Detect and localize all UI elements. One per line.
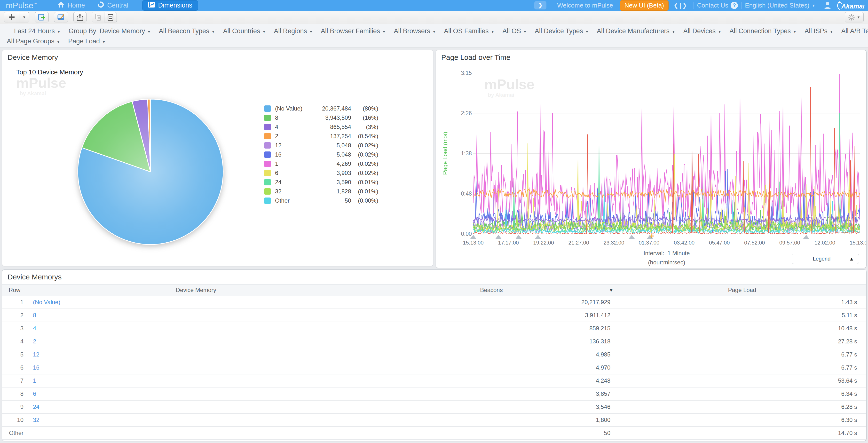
- language-selector[interactable]: English (United States) ▼: [745, 2, 815, 9]
- code-toggle-icon[interactable]: ❮❙❯: [674, 2, 686, 9]
- filter-all-os[interactable]: All OS▼: [502, 27, 527, 35]
- annotation-triangle-icon[interactable]: [516, 235, 522, 239]
- device-memory-link[interactable]: 32: [33, 417, 39, 423]
- legend-swatch: [265, 152, 271, 158]
- nav-tab-central[interactable]: Central: [97, 1, 128, 10]
- annotation-triangle-icon[interactable]: [803, 235, 809, 239]
- edit-dashboard-button[interactable]: [54, 12, 68, 22]
- filter-all-countries[interactable]: All Countries▼: [223, 27, 266, 35]
- device-memory-link[interactable]: 4: [33, 325, 36, 331]
- filter-all-browsers[interactable]: All Browsers▼: [394, 27, 436, 35]
- nav-tab-home[interactable]: Home: [58, 1, 85, 9]
- filter-all-connection-types[interactable]: All Connection Types▼: [730, 27, 797, 35]
- mpulse-dashboard: mPulse™ Home Central Dimensions: [0, 0, 868, 443]
- annotation-triangle-icon[interactable]: [535, 235, 541, 239]
- export-dashboard-button[interactable]: [35, 12, 49, 22]
- device-memory-link[interactable]: 16: [33, 364, 39, 371]
- legend-toggle-button[interactable]: Legend ▲: [792, 254, 859, 264]
- legend-label[interactable]: 1: [275, 160, 313, 167]
- nav-tab-dimensions[interactable]: Dimensions: [142, 0, 198, 11]
- page-load-time-series-chart[interactable]: [473, 73, 860, 234]
- beacons-cell: 25,148,330: [365, 440, 618, 441]
- filter-all-devices[interactable]: All Devices▼: [683, 27, 721, 35]
- legend-label[interactable]: 16: [275, 151, 313, 158]
- caret-down-icon: ▼: [309, 29, 313, 34]
- device-memory-panel: Device Memory Top 10 Device Memory mPuls…: [2, 50, 433, 266]
- filter-device-memory[interactable]: Group ByDevice Memory▼: [69, 27, 151, 35]
- beacons-cell: 4,970: [365, 361, 618, 374]
- dimensions-icon: [148, 1, 155, 9]
- device-memory-link[interactable]: (No Value): [33, 299, 60, 305]
- annotation-plus-icon[interactable]: +: [650, 231, 654, 241]
- device-memory-link[interactable]: 8: [33, 312, 36, 318]
- legend-swatch: [265, 197, 271, 204]
- filter-all-os-families[interactable]: All OS Families▼: [444, 27, 494, 35]
- filter-page-load[interactable]: Page Load▼: [68, 38, 105, 45]
- refresh-button[interactable]: ▼: [845, 12, 864, 22]
- x-tick-label: 15:13:00: [849, 240, 867, 246]
- caret-down-icon: ▼: [523, 29, 527, 34]
- device-memory-link[interactable]: 24: [33, 404, 39, 410]
- filter-all-regions[interactable]: All Regions▼: [274, 27, 313, 35]
- legend-label[interactable]: 32: [275, 188, 313, 195]
- filter-last-24-hours[interactable]: Last 24 Hours▼: [14, 27, 61, 35]
- beacons-cell: 136,318: [365, 335, 618, 348]
- device-memory-link[interactable]: 6: [33, 390, 36, 397]
- filter-all-isps[interactable]: All ISPs▼: [805, 27, 833, 35]
- toolbar: ▼: [0, 11, 868, 24]
- legend-label[interactable]: 4: [275, 124, 313, 130]
- legend-label[interactable]: (No Value): [275, 105, 313, 112]
- filter-all-browser-families[interactable]: All Browser Families▼: [321, 27, 386, 35]
- beacons-header-label: Beacons: [480, 287, 503, 293]
- legend-label[interactable]: 6: [275, 170, 313, 177]
- legend-label[interactable]: 12: [275, 142, 313, 149]
- table-header: Row Device Memory Beacons ▼ Page Load: [2, 285, 866, 296]
- nav-tab-dimensions-label: Dimensions: [158, 2, 192, 9]
- page-load-cell: 27.28 s: [618, 335, 867, 348]
- legend-percent: (16%): [351, 115, 378, 121]
- contact-us-link[interactable]: Contact Us: [697, 2, 728, 9]
- copy-button[interactable]: [92, 12, 104, 22]
- legend-label[interactable]: 8: [275, 115, 313, 121]
- new-ui-beta-button[interactable]: New UI (Beta): [620, 0, 669, 11]
- filter-all-device-manufacturers[interactable]: All Device Manufacturers▼: [597, 27, 675, 35]
- share-icon: [77, 13, 83, 21]
- paste-button[interactable]: [104, 12, 117, 22]
- row-number-cell: 2: [2, 309, 27, 322]
- annotation-triangle-icon[interactable]: [628, 235, 635, 239]
- add-dropdown-button[interactable]: ▼: [20, 12, 29, 22]
- sort-desc-icon[interactable]: ▼: [609, 287, 614, 293]
- annotation-triangle-icon[interactable]: [495, 235, 502, 239]
- caret-down-icon: ▼: [382, 29, 386, 34]
- filter-all-beacon-types[interactable]: All Beacon Types▼: [159, 27, 215, 35]
- device-memory-link[interactable]: 2: [33, 338, 36, 345]
- beacons-cell: 3,911,412: [365, 309, 618, 322]
- annotation-triangle-icon[interactable]: [470, 235, 476, 239]
- column-header-row[interactable]: Row: [2, 285, 27, 296]
- legend-percent: (0.01%): [351, 188, 378, 195]
- legend-label[interactable]: 24: [275, 179, 313, 186]
- collapse-nav-button[interactable]: ❯: [534, 1, 547, 9]
- page-load-cell: 6.77 s: [618, 348, 867, 361]
- filter-all-device-types[interactable]: All Device Types▼: [535, 27, 589, 35]
- filter-prefix-label: Group By: [69, 27, 96, 35]
- legend-value: 5,048: [313, 151, 351, 158]
- mpulse-watermark: mPulse by Akamai: [16, 76, 66, 97]
- help-icon[interactable]: ?: [731, 2, 738, 9]
- legend-label[interactable]: 2: [275, 133, 313, 139]
- legend-label[interactable]: Other: [275, 197, 313, 204]
- legend-swatch: [265, 188, 271, 195]
- device-memory-pie-chart[interactable]: [76, 97, 225, 247]
- device-memory-link[interactable]: 1: [33, 377, 36, 384]
- nav-tab-home-label: Home: [67, 2, 85, 9]
- legend-swatch: [265, 124, 271, 130]
- user-icon[interactable]: [824, 1, 831, 9]
- filter-all-a-b-tests[interactable]: All A/B Tests▼: [841, 27, 868, 35]
- share-button[interactable]: [73, 12, 87, 22]
- device-memory-link[interactable]: 12: [33, 351, 39, 358]
- filter-all-page-groups[interactable]: All Page Groups▼: [7, 38, 60, 45]
- column-header-beacons[interactable]: Beacons ▼: [365, 285, 618, 296]
- column-header-device-memory[interactable]: Device Memory: [27, 285, 365, 296]
- column-header-page-load[interactable]: Page Load: [618, 285, 867, 296]
- add-button[interactable]: [4, 12, 20, 22]
